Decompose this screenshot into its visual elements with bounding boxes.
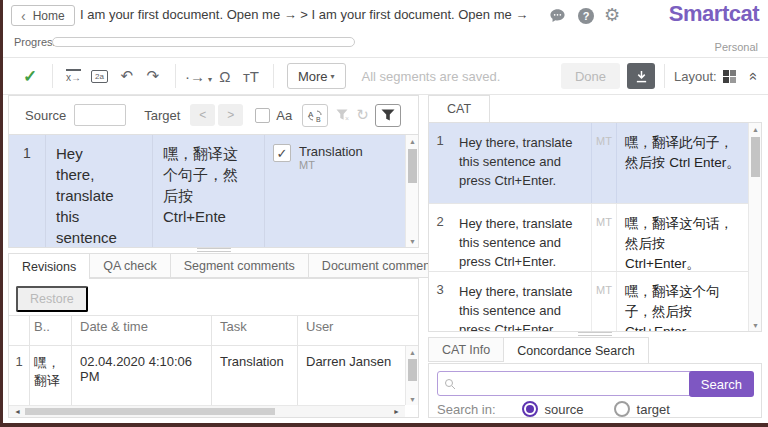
- cat-row[interactable]: 2 Hey there, translate this sentence and…: [429, 204, 748, 272]
- tab-arrow-glyph: ·→: [185, 68, 205, 85]
- segment-confirm-checkbox[interactable]: ✓: [273, 144, 291, 162]
- layout-grid-icon[interactable]: [723, 70, 736, 83]
- undo-icon[interactable]: ↶: [114, 67, 140, 85]
- home-button[interactable]: ‹ Home: [11, 5, 75, 26]
- more-button-label: More: [298, 69, 328, 84]
- cat-row-source: Hey there, translate this sentence and p…: [451, 123, 591, 203]
- segment-status-type: MT: [299, 159, 363, 171]
- progress-bar: [52, 37, 355, 47]
- editor-scrollbar[interactable]: ▲ ▼: [405, 135, 418, 247]
- concordance-tabbar: CAT Info Concordance Search: [428, 337, 649, 362]
- segment-row[interactable]: 1 Hey there, translate this sentence 嘿，翻…: [9, 135, 418, 247]
- cat-row-source: Hey there, translate this sentence and p…: [451, 204, 591, 271]
- clear-filter-icon[interactable]: ×: [336, 109, 350, 122]
- scroll-down-icon[interactable]: ▼: [749, 319, 762, 331]
- toolbar-divider: [273, 64, 274, 88]
- cat-row-type-badge: MT: [591, 123, 617, 203]
- scrollbar-thumb[interactable]: [25, 408, 275, 415]
- next-segment-button[interactable]: >: [218, 104, 243, 126]
- concordance-search-input[interactable]: [456, 374, 690, 394]
- swap-languages-button[interactable]: AB: [302, 104, 328, 127]
- scrollbar-thumb[interactable]: [408, 149, 417, 183]
- header-cell-empty: [9, 316, 29, 345]
- cat-row[interactable]: 1 Hey there, translate this sentence and…: [429, 123, 748, 204]
- tab-cat-info[interactable]: CAT Info: [428, 337, 504, 362]
- header-cell-task: Task: [211, 316, 297, 345]
- redo-icon[interactable]: ↷: [140, 67, 166, 85]
- scroll-down-icon[interactable]: ▼: [406, 235, 418, 247]
- header-cell-user: User: [297, 316, 418, 345]
- radio-source[interactable]: [522, 401, 538, 417]
- scrollbar-thumb[interactable]: [751, 137, 760, 177]
- download-icon: [635, 70, 648, 83]
- search-icon: [444, 378, 456, 390]
- search-button[interactable]: Search: [689, 371, 754, 397]
- copy-source-icon[interactable]: x→: [66, 69, 81, 83]
- revisions-vertical-scrollbar[interactable]: ▲ ▼: [405, 346, 418, 405]
- cat-row-source: Hey there, translate this sentence and p…: [451, 272, 591, 332]
- match-case-label: Aa: [276, 108, 292, 123]
- window-frame-bottom: [0, 423, 768, 427]
- back-chevron-icon: ‹: [21, 9, 26, 23]
- cat-row-number: 2: [429, 204, 451, 271]
- cat-row[interactable]: 3 Hey there, translate this sentence and…: [429, 272, 748, 332]
- search-in-options: Search in: source target: [437, 401, 670, 417]
- revisions-horizontal-scrollbar[interactable]: ◄ ►: [9, 405, 405, 417]
- header-cell-before: B..: [29, 316, 71, 345]
- scroll-up-icon[interactable]: ▲: [749, 123, 762, 135]
- cat-row-target: 嘿，翻译此句子，然后按 Ctrl Enter。: [617, 123, 748, 203]
- chat-icon[interactable]: [549, 7, 566, 24]
- tab-concordance-search[interactable]: Concordance Search: [504, 337, 648, 363]
- download-button[interactable]: [627, 63, 655, 89]
- revision-table-row[interactable]: 1 嘿，翻译 02.04.2020 4:10:06 PM Translation…: [9, 346, 405, 405]
- account-type-label: Personal: [715, 41, 758, 53]
- collapse-toolbar-icon[interactable]: «: [745, 72, 762, 80]
- cat-row-target: 嘿，翻译这句话，然后按 Ctrl+Enter。: [617, 204, 748, 271]
- segment-target-cell[interactable]: 嘿，翻译这个句子，然后按 Ctrl+Ente: [153, 135, 265, 247]
- filter-button[interactable]: [375, 104, 401, 127]
- match-case-checkbox[interactable]: [255, 108, 270, 123]
- search-button-label: Search: [701, 377, 742, 392]
- tab-cat[interactable]: CAT: [428, 95, 490, 122]
- header-cell-datetime: Date & time: [71, 316, 211, 345]
- revision-tabbar: Revisions QA check Segment comments Docu…: [8, 253, 454, 278]
- filter-icon: [381, 109, 395, 122]
- source-column-label: Source: [25, 108, 66, 123]
- scroll-left-icon[interactable]: ◄: [11, 406, 24, 417]
- scroll-up-icon[interactable]: ▲: [406, 346, 419, 358]
- tab-segment-comments[interactable]: Segment comments: [171, 253, 309, 278]
- change-case-icon[interactable]: тT: [238, 68, 264, 85]
- confirm-segment-icon[interactable]: ✓: [17, 66, 43, 87]
- tab-qa-check[interactable]: QA check: [90, 253, 171, 278]
- scroll-down-icon[interactable]: ▼: [406, 393, 419, 405]
- radio-target[interactable]: [614, 401, 630, 417]
- segment-source-text: Hey there, translate this sentence: [56, 143, 122, 247]
- gear-icon[interactable]: ⚙: [604, 4, 620, 26]
- scroll-up-icon[interactable]: ▲: [406, 135, 418, 147]
- cat-row-number: 3: [429, 272, 451, 332]
- revision-task: Translation: [211, 346, 297, 405]
- done-button[interactable]: Done: [561, 63, 620, 89]
- special-characters-icon[interactable]: Ω: [212, 68, 238, 85]
- breadcrumb: I am your first document. Open me → > I …: [80, 7, 528, 22]
- scroll-right-icon[interactable]: ►: [390, 406, 403, 417]
- search-in-label: Search in:: [437, 402, 496, 417]
- more-button[interactable]: More ▾: [287, 63, 346, 89]
- help-icon[interactable]: ?: [578, 8, 594, 24]
- save-status-text: All segments are saved.: [362, 69, 501, 84]
- toolbar-divider: [52, 64, 53, 88]
- tab-revisions[interactable]: Revisions: [8, 253, 90, 279]
- refresh-icon[interactable]: ↻: [356, 106, 369, 124]
- insert-tab-icon[interactable]: ·→▾: [185, 68, 212, 85]
- restore-button[interactable]: Restore: [16, 286, 88, 312]
- restore-button-label: Restore: [30, 292, 74, 306]
- source-filter-input[interactable]: [74, 104, 126, 126]
- segment-source-cell[interactable]: Hey there, translate this sentence: [46, 135, 153, 247]
- prev-segment-button[interactable]: <: [190, 104, 215, 126]
- find-replace-icon[interactable]: 2a: [91, 70, 108, 83]
- concordance-search-field[interactable]: [437, 371, 697, 396]
- scrollbar-thumb[interactable]: [408, 359, 417, 381]
- cat-scrollbar[interactable]: ▲ ▼: [748, 123, 761, 331]
- cat-row-number: 1: [429, 123, 451, 203]
- toolbar-divider: [664, 64, 665, 88]
